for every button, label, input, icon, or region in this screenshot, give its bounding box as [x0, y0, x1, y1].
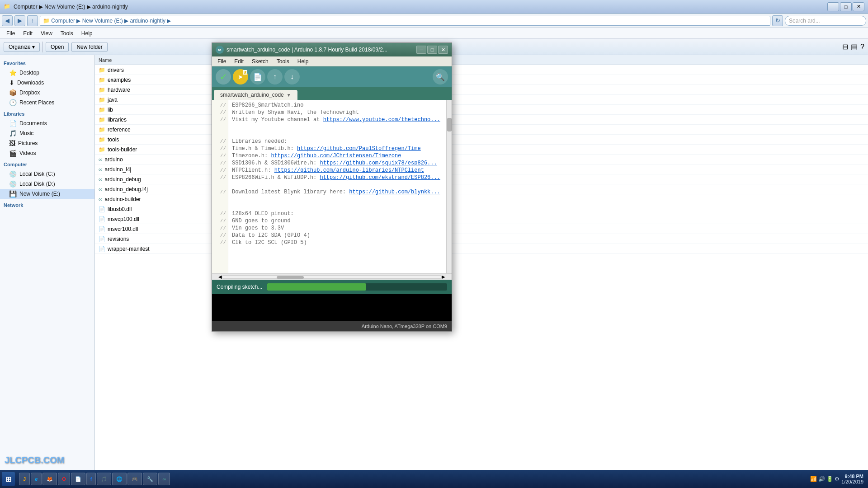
- hscroll-track[interactable]: [222, 275, 442, 279]
- sidebar-item-dropbox[interactable]: 📦 Dropbox: [0, 88, 94, 98]
- file-row[interactable]: 📄libusb0.dll 9/: [95, 204, 868, 214]
- file-row[interactable]: 📁lib 12/: [95, 105, 868, 115]
- col-name-header[interactable]: Name: [95, 57, 231, 63]
- sketch-tab[interactable]: smartwatch_arduino_code ▼: [214, 90, 297, 100]
- layout-icon[interactable]: ▤: [851, 42, 858, 51]
- settings-tray-icon[interactable]: ⚙: [835, 476, 840, 482]
- back-button[interactable]: ◀: [2, 15, 13, 26]
- code-content[interactable]: ESP8266_SmartWatch.ino Written by Shyam …: [228, 100, 446, 273]
- file-row[interactable]: 📄msvcp100.dll 9/: [95, 214, 868, 224]
- folder-icon: 📁: [99, 117, 105, 123]
- file-row[interactable]: 📁examples 12/: [95, 75, 868, 85]
- taskbar-item-tool[interactable]: 🔧: [143, 473, 157, 485]
- favorites-header[interactable]: Favorites: [0, 59, 94, 68]
- menu-help[interactable]: Help: [294, 57, 312, 66]
- taskbar-item-ie[interactable]: e: [31, 473, 42, 485]
- menu-sketch[interactable]: Sketch: [248, 57, 272, 66]
- new-folder-button[interactable]: New folder: [71, 42, 107, 52]
- computer-header[interactable]: Computer: [0, 160, 94, 169]
- refresh-button[interactable]: ↻: [772, 15, 783, 26]
- taskbar-item-opera[interactable]: O: [58, 473, 70, 485]
- close-button[interactable]: ✕: [853, 2, 864, 11]
- file-row[interactable]: ∞arduino-builder 9/: [95, 194, 868, 204]
- view-icon[interactable]: ?: [860, 43, 864, 51]
- file-row[interactable]: 📁tools-builder 12/: [95, 145, 868, 155]
- hscroll-thumb[interactable]: [277, 276, 304, 279]
- search-box[interactable]: Search ard...: [785, 16, 866, 26]
- sidebar-item-pictures[interactable]: 🖼 Pictures: [0, 138, 94, 148]
- file-row[interactable]: 📄revisions 9/: [95, 234, 868, 244]
- network-header[interactable]: Network: [0, 201, 94, 210]
- menu-edit[interactable]: Edit: [19, 29, 36, 38]
- start-button[interactable]: ⊞: [2, 472, 15, 486]
- menu-help[interactable]: Help: [78, 29, 96, 38]
- arduino-minimize-button[interactable]: ─: [416, 46, 426, 54]
- taskbar-item-arduino[interactable]: ∞: [158, 473, 170, 485]
- forward-button[interactable]: ▶: [14, 15, 25, 26]
- file-row[interactable]: 📁java 12/: [95, 95, 868, 105]
- libraries-header[interactable]: Libraries: [0, 109, 94, 118]
- sidebar-item-downloads[interactable]: ⬇ Downloads: [0, 78, 94, 88]
- minimize-button[interactable]: ─: [827, 2, 839, 11]
- tab-dropdown-icon[interactable]: ▼: [287, 93, 291, 98]
- sidebar-item-desktop[interactable]: ⭐ Desktop: [0, 68, 94, 78]
- file-row[interactable]: 📁tools 12/: [95, 135, 868, 145]
- file-row[interactable]: 📄wrapper-manifest 9/: [95, 244, 868, 254]
- sidebar-item-local-c[interactable]: 💿 Local Disk (C:): [0, 169, 94, 179]
- file-row[interactable]: ∞arduino_debug.l4j 9/: [95, 184, 868, 194]
- scrollbar-thumb[interactable]: [447, 118, 452, 131]
- scroll-right-button[interactable]: ▶: [442, 274, 445, 279]
- taskbar-item-game[interactable]: 🎮: [127, 473, 142, 485]
- arduino-close-button[interactable]: ✕: [438, 46, 448, 54]
- address-path[interactable]: 📁 Computer ▶ New Volume (E:) ▶ arduino-n…: [40, 16, 770, 26]
- network-tray-icon[interactable]: 📶: [810, 476, 817, 482]
- taskbar-item-vlc[interactable]: 🎵: [97, 473, 111, 485]
- maximize-button[interactable]: □: [840, 2, 852, 11]
- file-name: hardware: [108, 87, 130, 93]
- sidebar-item-documents[interactable]: 📄 Documents: [0, 118, 94, 128]
- arduino-editor[interactable]: // // // // // // // // // // // // // /…: [212, 100, 452, 273]
- horizontal-scrollbar[interactable]: ◀ ▶: [212, 273, 452, 280]
- sidebar-item-recent[interactable]: 🕐 Recent Places: [0, 98, 94, 108]
- menu-file[interactable]: File: [3, 29, 19, 38]
- organize-button[interactable]: Organize ▾: [4, 42, 40, 52]
- arduino-maximize-button[interactable]: □: [427, 46, 437, 54]
- taskbar-item-facebook[interactable]: f: [86, 473, 96, 485]
- taskbar-item-files[interactable]: 📄: [71, 473, 85, 485]
- up-button[interactable]: ↑: [27, 15, 38, 26]
- taskbar-item-firefox[interactable]: 🦊: [42, 473, 57, 485]
- scroll-left-button[interactable]: ◀: [218, 274, 222, 279]
- save-sketch-button[interactable]: ↓: [284, 69, 300, 84]
- file-row[interactable]: 📁drivers 12/: [95, 65, 868, 75]
- new-icon: 📄: [253, 73, 262, 81]
- new-sketch-button[interactable]: 📄: [250, 69, 265, 84]
- sidebar-item-music[interactable]: 🎵 Music: [0, 128, 94, 138]
- file-row[interactable]: ∞arduino 9/: [95, 155, 868, 164]
- file-row[interactable]: 📁hardware 12/: [95, 85, 868, 95]
- file-row[interactable]: 📁libraries 12/: [95, 115, 868, 125]
- file-row[interactable]: ∞arduino_debug 9/: [95, 174, 868, 184]
- sidebar-item-local-d[interactable]: 💿 Local Disk (D:): [0, 179, 94, 189]
- view-toggle-icon[interactable]: ⊟: [842, 42, 848, 51]
- menu-tools[interactable]: Tools: [57, 29, 77, 38]
- menu-view[interactable]: View: [37, 29, 56, 38]
- sidebar-item-videos[interactable]: 🎬 Videos: [0, 148, 94, 158]
- open-button[interactable]: Open: [46, 42, 69, 52]
- file-row[interactable]: ∞arduino_l4j 9/: [95, 164, 868, 174]
- file-row[interactable]: 📁reference 12/: [95, 125, 868, 135]
- search-button[interactable]: 🔍: [433, 69, 448, 84]
- file-row[interactable]: 📄msvcr100.dll 9/: [95, 224, 868, 234]
- volume-tray-icon[interactable]: 🔊: [818, 476, 825, 482]
- menu-edit[interactable]: Edit: [231, 57, 247, 66]
- disk-e-icon: 💾: [9, 190, 17, 197]
- battery-tray-icon[interactable]: 🔋: [826, 476, 833, 482]
- sidebar-item-new-volume-e[interactable]: 💾 New Volume (E:): [0, 189, 94, 199]
- taskbar-item-chrome[interactable]: 🌐: [112, 473, 127, 485]
- open-sketch-button[interactable]: ↑: [267, 69, 283, 84]
- upload-button[interactable]: ➤ ↻: [233, 69, 248, 84]
- menu-tools[interactable]: Tools: [273, 57, 293, 66]
- menu-file[interactable]: File: [214, 57, 230, 66]
- taskbar-item-jlcpcb[interactable]: J: [19, 473, 30, 485]
- verify-button[interactable]: ✓: [216, 69, 231, 84]
- vertical-scrollbar[interactable]: [446, 100, 452, 273]
